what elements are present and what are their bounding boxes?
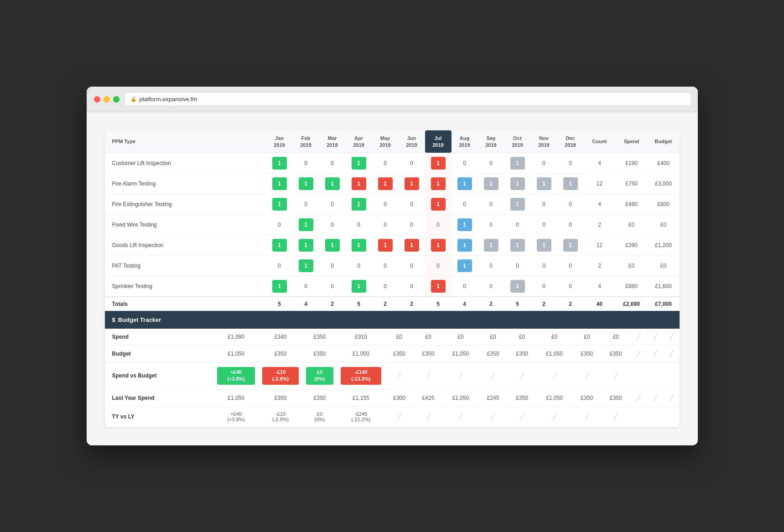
cell-1-9: 1 — [504, 173, 531, 194]
cell-1-10: 1 — [531, 173, 557, 194]
header-jun: Jun2019 — [399, 130, 425, 153]
table-row: Fire Extinguisher Testing1001001001004£4… — [105, 194, 680, 214]
ppm-type-cell: Customer Lift Inspection — [105, 153, 266, 173]
budget-row: Budget£1,050£350£350£1,050£350£350£1,050… — [105, 345, 680, 362]
minimize-button[interactable] — [104, 96, 110, 103]
svb-badge: £0(0%) — [306, 367, 333, 385]
url-text: platform.expansive.fm — [140, 96, 197, 103]
budget-cell-5: £425 — [414, 389, 443, 406]
cell-3-0: 0 — [266, 214, 293, 235]
cell-3-5: 0 — [399, 214, 425, 235]
badge-gray: 1 — [510, 157, 525, 170]
totals-month-8: 2 — [478, 297, 504, 311]
cell-6-6: 1 — [425, 276, 452, 297]
badge-gray: 1 — [563, 239, 578, 252]
cell-5-11: 0 — [557, 255, 584, 276]
dash-icon: ╱ — [653, 350, 657, 357]
ty-ly-cell-6: ╱ — [443, 406, 478, 427]
maximize-button[interactable] — [113, 96, 119, 103]
badge-blue: 1 — [457, 218, 472, 231]
empty3: ╱ — [663, 345, 680, 362]
lock-icon: 🔒 — [130, 96, 137, 102]
cell-6-5: 0 — [399, 276, 425, 297]
empty2 — [647, 406, 663, 427]
svb-cell-3: -£140(-13.3%) — [337, 362, 385, 389]
budget-table: Spend£1,090£340£350£910£0£0£0£0£0£0£0£0╱… — [105, 329, 680, 427]
badge-gray: 1 — [537, 177, 551, 190]
empty2: ╱ — [647, 389, 663, 406]
cell-1-3: 1 — [346, 173, 372, 194]
empty1 — [630, 362, 647, 389]
dash-icon: ╱ — [585, 413, 589, 420]
badge-red: 1 — [431, 177, 446, 190]
ppm-table: PPM Type Jan2019 Feb2019 Mar2019 Apr2019… — [105, 130, 680, 311]
cell-4-3: 1 — [346, 235, 372, 255]
cell-4-9: 1 — [504, 235, 531, 255]
ppm-type-cell: PAT Testing — [105, 255, 266, 276]
ty-ly-cell-9: ╱ — [536, 406, 572, 427]
cell-6-11: 0 — [557, 276, 584, 297]
cell-2-5: 0 — [399, 194, 425, 214]
cell-0-8: 0 — [478, 153, 504, 173]
totals-budget: £7,000 — [648, 297, 680, 311]
badge-green: 1 — [325, 177, 340, 190]
cell-1-2: 1 — [319, 173, 346, 194]
cell-4-5: 1 — [399, 235, 425, 255]
totals-month-0: 5 — [266, 297, 293, 311]
cell-2-2: 0 — [319, 194, 346, 214]
budget-cell-0: £1,050 — [213, 345, 259, 362]
svb-cell-1: -£10(-2.9%) — [259, 362, 302, 389]
totals-month-4: 2 — [372, 297, 399, 311]
dash-icon: ╱ — [397, 413, 401, 420]
badge-green: 1 — [299, 177, 313, 190]
address-bar[interactable]: 🔒 platform.expansive.fm — [125, 93, 691, 105]
budget-row: Spend£1,090£340£350£910£0£0£0£0£0£0£0£0╱… — [105, 329, 680, 346]
dash-icon: ╱ — [491, 413, 495, 420]
budget-cell: £1,200 — [648, 235, 680, 255]
cell-4-0: 1 — [266, 235, 293, 255]
table-row: Sprinkler Testing1001001001004£880£1,600 — [105, 276, 680, 297]
totals-count: 40 — [584, 297, 616, 311]
budget-tracker-title: Budget Tracker — [118, 316, 161, 323]
header-aug: Aug2019 — [452, 130, 478, 153]
badge-red: 1 — [378, 177, 393, 190]
cell-5-4: 0 — [372, 255, 399, 276]
browser-content: PPM Type Jan2019 Feb2019 Mar2019 Apr2019… — [87, 112, 698, 445]
totals-month-7: 4 — [452, 297, 478, 311]
svb-cell-7: ╱ — [478, 362, 508, 389]
svb-cell-6: ╱ — [443, 362, 478, 389]
dash-icon: ╱ — [637, 394, 640, 402]
badge-green: 1 — [299, 259, 313, 272]
badge-red: 1 — [431, 157, 446, 170]
empty1: ╱ — [630, 389, 647, 406]
header-feb: Feb2019 — [293, 130, 319, 153]
close-button[interactable] — [94, 96, 100, 103]
svb-cell-0: +£40(+3.8%) — [213, 362, 259, 389]
dash-icon: ╱ — [553, 413, 556, 420]
count-cell: 2 — [584, 255, 616, 276]
spend-cell: £390 — [616, 235, 648, 255]
browser-chrome: 🔒 platform.expansive.fm — [87, 87, 698, 112]
budget-row-label: Budget — [105, 345, 213, 362]
cell-6-10: 0 — [531, 276, 557, 297]
dash-icon: ╱ — [653, 333, 657, 341]
budget-cell-6: £0 — [443, 329, 478, 346]
budget-cell-6: £1,050 — [443, 389, 478, 406]
svb-badge: -£140(-13.3%) — [341, 367, 381, 385]
cell-4-6: 1 — [425, 235, 452, 255]
budget-cell-1: £350 — [259, 345, 302, 362]
cell-6-2: 0 — [319, 276, 346, 297]
dash-icon: ╱ — [459, 413, 462, 420]
badge-green: 1 — [352, 157, 366, 170]
cell-3-3: 0 — [346, 214, 372, 235]
budget-tracker-header: $ Budget Tracker — [105, 311, 680, 329]
ppm-type-cell: Fixed Wire Testing — [105, 214, 266, 235]
budget-cell-7: £245 — [478, 389, 508, 406]
dash-icon: ╱ — [553, 372, 556, 379]
cell-0-4: 0 — [372, 153, 399, 173]
dash-icon: ╱ — [585, 372, 589, 379]
badge-green: 1 — [352, 239, 366, 252]
budget-cell-10: £350 — [572, 389, 602, 406]
cell-2-8: 0 — [478, 194, 504, 214]
cell-1-4: 1 — [372, 173, 399, 194]
